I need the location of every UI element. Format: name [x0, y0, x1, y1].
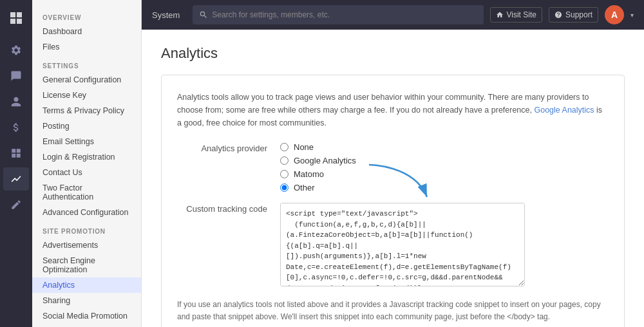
radio-none[interactable]: None — [280, 142, 356, 152]
topbar-right: Visit Site Support A ▾ — [490, 5, 634, 24]
content: Analytics Analytics tools allow you to t… — [142, 30, 644, 327]
sidebar-support-title: SUPPORT — [32, 324, 141, 327]
sidebar-item-advanced-config[interactable]: Advanced Configuration — [32, 205, 141, 220]
support-label: Support — [565, 10, 592, 19]
nav-icon-user[interactable] — [3, 90, 29, 113]
logo[interactable] — [5, 6, 28, 30]
analytics-provider-row: Analytics provider None Google Analytics… — [177, 142, 609, 192]
sidebar-item-analytics[interactable]: Analytics — [32, 277, 141, 293]
sidebar-item-general-config[interactable]: General Configuration — [32, 72, 141, 88]
analytics-provider-label: Analytics provider — [177, 142, 267, 153]
card-description: Analytics tools allow you to track page … — [177, 91, 609, 129]
sidebar-item-sharing[interactable]: Sharing — [32, 293, 141, 308]
help-text: If you use an analytics tools not listed… — [177, 299, 609, 323]
sidebar-item-login-reg[interactable]: Login & Registration — [32, 149, 141, 165]
avatar-chevron[interactable]: ▾ — [630, 12, 634, 19]
radio-matomo[interactable]: Matomo — [280, 169, 356, 179]
page-title: Analytics — [161, 45, 625, 62]
radio-input-none[interactable] — [280, 143, 289, 151]
search-wrapper — [193, 5, 483, 24]
radio-other-label: Other — [294, 183, 315, 192]
question-icon — [554, 11, 562, 19]
sidebar-settings-title: SETTINGS — [32, 55, 141, 72]
sidebar-item-posting[interactable]: Posting — [32, 118, 141, 134]
sidebar-item-two-factor[interactable]: Two Factor Authentication — [32, 180, 141, 205]
nav-icon-grid[interactable] — [3, 142, 29, 165]
radio-google[interactable]: Google Analytics — [280, 156, 356, 165]
sidebar-item-terms-privacy[interactable]: Terms & Privacy Policy — [32, 103, 141, 118]
google-analytics-link[interactable]: Google Analytics — [534, 106, 594, 115]
radio-group-providers: None Google Analytics Matomo Other — [280, 142, 356, 192]
main-area: System Visit Site Support A ▾ Analytics … — [142, 0, 644, 327]
custom-tracking-label: Custom tracking code — [177, 203, 267, 214]
radio-input-other[interactable] — [280, 183, 289, 192]
visit-site-label: Visit Site — [507, 10, 536, 19]
search-icon — [199, 10, 208, 19]
sidebar-item-license-key[interactable]: License Key — [32, 88, 141, 103]
sidebar: OVERVIEW Dashboard Files SETTINGS Genera… — [32, 0, 142, 327]
sidebar-item-social-media[interactable]: Social Media Promotion — [32, 308, 141, 324]
sidebar-item-dashboard[interactable]: Dashboard — [32, 24, 141, 39]
nav-icon-chart[interactable] — [3, 167, 29, 191]
radio-input-google[interactable] — [280, 156, 289, 165]
custom-tracking-textarea[interactable]: <script type="text/javascript"> (functio… — [280, 203, 525, 286]
nav-icon-dollar[interactable] — [3, 116, 29, 139]
radio-none-label: None — [294, 142, 314, 152]
sidebar-item-email-settings[interactable]: Email Settings — [32, 134, 141, 149]
radio-matomo-label: Matomo — [294, 169, 324, 179]
nav-icon-pen[interactable] — [3, 193, 29, 216]
search-input[interactable] — [212, 10, 477, 19]
sidebar-item-contact-us[interactable]: Contact Us — [32, 165, 141, 180]
topbar: System Visit Site Support A ▾ — [142, 0, 644, 30]
visit-site-button[interactable]: Visit Site — [490, 7, 542, 23]
support-button[interactable]: Support — [549, 7, 598, 23]
sidebar-item-files[interactable]: Files — [32, 39, 141, 55]
sidebar-site-promotion-title: SITE PROMOTION — [32, 220, 141, 238]
radio-other[interactable]: Other — [280, 183, 356, 192]
sidebar-item-seo[interactable]: Search Engine Optimization — [32, 253, 141, 277]
analytics-card: Analytics tools allow you to track page … — [161, 75, 625, 327]
custom-tracking-row: Custom tracking code <script type="text/… — [177, 203, 609, 288]
home-icon — [496, 11, 504, 19]
annotation-arrow — [363, 162, 440, 207]
radio-google-label: Google Analytics — [294, 156, 356, 165]
nav-icon-settings[interactable] — [3, 39, 29, 62]
system-title: System — [152, 10, 180, 20]
icon-nav — [0, 0, 32, 327]
avatar[interactable]: A — [605, 5, 624, 24]
sidebar-overview-title: OVERVIEW — [32, 6, 141, 24]
nav-icon-chat[interactable] — [3, 64, 29, 88]
sidebar-item-advertisements[interactable]: Advertisements — [32, 238, 141, 253]
code-area-container: <script type="text/javascript"> (functio… — [280, 203, 525, 288]
radio-input-matomo[interactable] — [280, 170, 289, 178]
